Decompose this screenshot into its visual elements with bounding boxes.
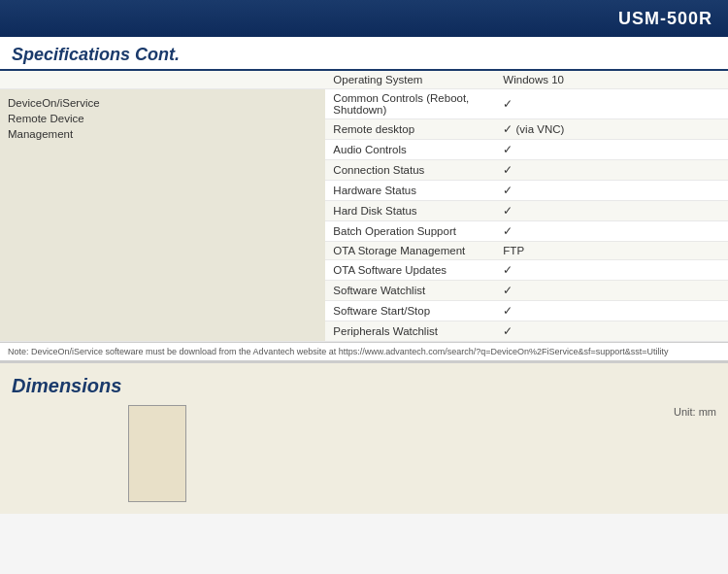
value-cell: ✓ (495, 260, 728, 281)
specs-note: Note: DeviceOn/iService softeware must b… (0, 342, 728, 360)
value-cell: ✓ (via VNC) (495, 119, 728, 140)
feature-cell: OTA Software Updates (325, 260, 495, 281)
value-cell: ✓ (495, 140, 728, 160)
value-cell: ✓ (495, 201, 728, 221)
value-cell: ✓ (495, 89, 728, 119)
dimensions-content: Unit: mm (12, 405, 716, 502)
value-cell: ✓ (495, 221, 728, 242)
value-cell: ✓ (495, 181, 728, 201)
feature-cell: Hardware Status (325, 181, 495, 201)
specs-heading: Specifications Cont. (0, 37, 728, 71)
dimensions-section: Dimensions Unit: mm (0, 361, 728, 514)
feature-cell: Connection Status (325, 160, 495, 181)
value-cell: ✓ (495, 321, 728, 342)
feature-cell: Batch Operation Support (325, 221, 495, 242)
device-drawing-container (12, 405, 303, 502)
unit-label-container: Unit: mm (674, 405, 716, 419)
value-cell: FTP (495, 242, 728, 260)
value-cell: ✓ (495, 281, 728, 301)
category-cell: DeviceOn/iServiceRemote DeviceManagement (0, 89, 325, 342)
feature-cell: Audio Controls (325, 140, 495, 160)
model-title: USM-500R (618, 9, 712, 29)
category-cell (0, 71, 325, 89)
feature-cell: Remote desktop (325, 119, 495, 140)
value-cell: ✓ (495, 160, 728, 181)
feature-cell: OTA Storage Management (325, 242, 495, 260)
header-bar: USM-500R (0, 0, 728, 37)
dimensions-title: Dimensions (12, 375, 716, 397)
value-cell: Windows 10 (495, 71, 728, 89)
feature-cell: Common Controls (Reboot, Shutdown) (325, 89, 495, 119)
feature-cell: Software Watchlist (325, 281, 495, 301)
feature-cell: Hard Disk Status (325, 201, 495, 221)
specs-table: Operating SystemWindows 10DeviceOn/iServ… (0, 71, 728, 342)
dimensions-heading: Dimensions (12, 375, 716, 397)
table-row: Operating SystemWindows 10 (0, 71, 728, 89)
unit-label: Unit: mm (674, 406, 716, 418)
table-row: DeviceOn/iServiceRemote DeviceManagement… (0, 89, 728, 119)
specs-section: Specifications Cont. Operating SystemWin… (0, 37, 728, 361)
feature-cell: Operating System (325, 71, 495, 89)
feature-cell: Software Start/Stop (325, 301, 495, 321)
feature-cell: Peripherals Watchlist (325, 321, 495, 342)
value-cell: ✓ (495, 301, 728, 321)
device-drawing (128, 405, 186, 502)
specs-title: Specifications Cont. (12, 45, 716, 65)
note-text: Note: DeviceOn/iService softeware must b… (8, 347, 669, 356)
